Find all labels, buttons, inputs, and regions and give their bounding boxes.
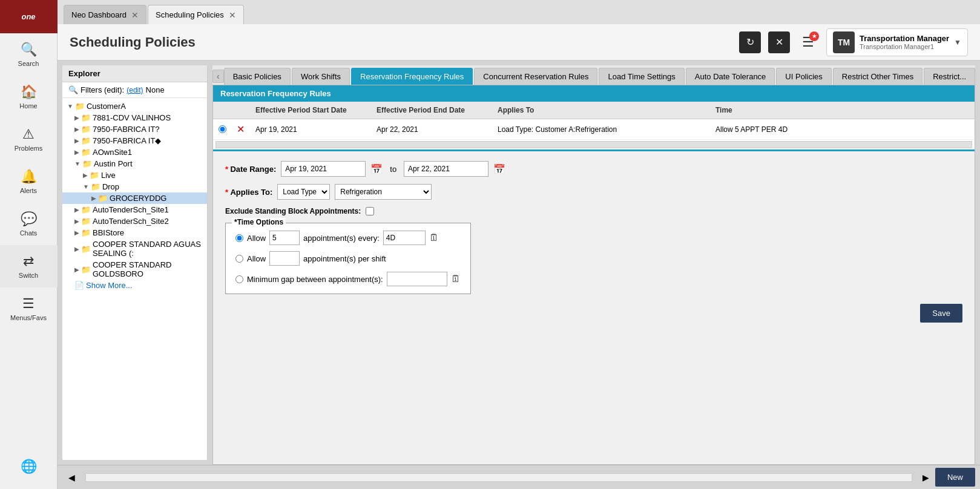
tab-work-shifts[interactable]: Work Shifts	[292, 68, 350, 85]
exclude-checkbox[interactable]	[366, 207, 374, 215]
table-horizontal-scrollbar[interactable]	[215, 141, 972, 148]
tree-label: Austin Port	[94, 159, 133, 168]
bottom-bar: ◀ ▶ New	[58, 465, 980, 489]
expander-icon: ▶	[74, 126, 79, 133]
tab-restrict-more[interactable]: Restrict...	[924, 68, 975, 85]
every-value-input[interactable]	[383, 231, 426, 245]
tab-concurrent-reservation[interactable]: Concurrent Reservation Rules	[474, 68, 597, 85]
sidebar-item-problems[interactable]: ⚠ Problems	[0, 118, 58, 160]
tree-label: AutoTenderSch_Site2	[93, 217, 169, 226]
browser-tab-dashboard[interactable]: Neo Dashboard ✕	[64, 5, 146, 24]
tree-item-live[interactable]: ▶ 📁 Live	[62, 169, 207, 181]
notifications-button[interactable]: ☰ ★	[797, 31, 819, 53]
content-header: Scheduling Policies ↻ ✕ ☰ ★ TM Transport…	[58, 24, 980, 61]
gap-picker-icon[interactable]: 🗓	[451, 274, 461, 284]
tree-item-bbistore[interactable]: ▶ 📁 BBIStore	[62, 227, 207, 238]
user-section[interactable]: TM Transportation Manager Transportation…	[826, 28, 968, 56]
expander-icon: ▶	[74, 229, 79, 236]
sidebar-label-search: Search	[18, 60, 39, 67]
applies-to-type-select[interactable]: Load Type	[277, 184, 330, 200]
sidebar-item-switch[interactable]: ⇄ Switch	[0, 245, 58, 287]
close-dashboard-tab-icon[interactable]: ✕	[131, 10, 139, 20]
expander-icon: ▶	[83, 172, 88, 179]
time-options-legend: *Time Options	[232, 218, 286, 226]
end-date-calendar-icon[interactable]: 📅	[493, 163, 505, 175]
sidebar-label-switch: Switch	[19, 272, 38, 279]
browser-tab-scheduling[interactable]: Scheduling Policies ✕	[148, 5, 244, 24]
bottom-scrollbar[interactable]	[85, 473, 912, 482]
sidebar-item-home[interactable]: 🏠 Home	[0, 76, 58, 118]
new-button[interactable]: New	[935, 468, 975, 487]
doc-icon: 📄	[74, 281, 84, 290]
allow-every-radio[interactable]	[235, 234, 243, 242]
sidebar-item-alerts[interactable]: 🔔 Alerts	[0, 160, 58, 203]
refresh-button[interactable]: ↻	[739, 31, 761, 53]
tab-workshifts-label: Work Shifts	[301, 72, 341, 81]
bottom-left-arrow[interactable]: ◀	[68, 473, 75, 482]
tab-resfreq-label: Reservation Frequency Rules	[360, 72, 464, 81]
tree-label: 7881-CDV VALINHOS	[93, 113, 171, 122]
min-gap-radio[interactable]	[235, 275, 243, 283]
sidebar-item-globe[interactable]: 🌐	[0, 450, 58, 483]
required-asterisk: *	[225, 165, 228, 174]
tree-item-cooper-gold[interactable]: ▶ 📁 COOPER STANDARD GOLDSBORO	[62, 259, 207, 280]
delete-icon[interactable]: ✕	[237, 123, 245, 135]
row-radio-cell[interactable]	[213, 123, 231, 135]
sidebar-item-chats[interactable]: 💬 Chats	[0, 203, 58, 245]
applies-to-label: * Applies To:	[225, 188, 272, 197]
min-gap-input[interactable]	[387, 272, 447, 286]
allow-every-row: Allow appointment(s) every: 🗓	[235, 231, 461, 245]
expander-icon: ▼	[67, 103, 73, 110]
tab-ui-policies[interactable]: UI Policies	[776, 68, 831, 85]
body-area: Explorer 🔍 Filters (edit): (edit) None ▼…	[58, 61, 980, 465]
bottom-right-arrow[interactable]: ▶	[922, 473, 929, 482]
tab-restrict-other[interactable]: Restrict Other Times	[833, 68, 922, 85]
expander-icon: ▶	[74, 206, 79, 213]
tree-item-valinhos[interactable]: ▶ 📁 7881-CDV VALINHOS	[62, 112, 207, 123]
table-title: Reservation Frequency Rules	[213, 85, 975, 102]
folder-icon: 📁	[91, 182, 100, 191]
edit-filters-link[interactable]: (edit)	[127, 86, 143, 94]
tree-item-autotender2[interactable]: ▶ 📁 AutoTenderSch_Site2	[62, 215, 207, 227]
tab-load-time[interactable]: Load Time Settings	[599, 68, 684, 85]
tree-item-autotender1[interactable]: ▶ 📁 AutoTenderSch_Site1	[62, 204, 207, 215]
sidebar-item-search[interactable]: 🔍 Search	[0, 33, 58, 76]
per-shift-num-input[interactable]	[269, 251, 300, 266]
tree-item-customerA[interactable]: ▼ 📁 CustomerA	[62, 100, 207, 112]
table-row[interactable]: ✕ Apr 19, 2021 Apr 22, 2021 Load Type: C…	[213, 119, 975, 140]
tree-item-cooper-aguas[interactable]: ▶ 📁 COOPER STANDARD AGUAS SEALING (:	[62, 238, 207, 259]
every-picker-icon[interactable]: 🗓	[429, 232, 439, 243]
close-button[interactable]: ✕	[768, 31, 790, 53]
to-label: to	[390, 165, 396, 174]
tree-item-austin[interactable]: ▼ 📁 Austin Port	[62, 158, 207, 169]
start-date-input[interactable]	[281, 161, 366, 177]
tree-item-fabrica1[interactable]: ▶ 📁 7950-FABRICA IT?	[62, 123, 207, 135]
row-delete-cell[interactable]: ✕	[231, 122, 249, 137]
col-hdr-end: Effective Period End Date	[370, 104, 492, 116]
tree-item-show-more[interactable]: 📄 Show More...	[62, 280, 207, 291]
tree-item-aownsite1[interactable]: ▶ 📁 AOwnSite1	[62, 146, 207, 158]
applies-to-value-select[interactable]: Refrigeration	[335, 184, 432, 200]
exclude-row: Exclude Standing Block Appointments:	[225, 207, 962, 215]
tab-auto-date[interactable]: Auto Date Tolerance	[686, 68, 775, 85]
expander-icon: ▶	[74, 137, 79, 144]
col-hdr-start: Effective Period Start Date	[249, 104, 370, 116]
row-radio[interactable]	[219, 125, 226, 133]
start-date-calendar-icon[interactable]: 📅	[370, 163, 383, 175]
tab-concurrent-label: Concurrent Reservation Rules	[483, 72, 588, 81]
tree-label: Show More...	[86, 281, 133, 290]
tree-item-drop[interactable]: ▼ 📁 Drop	[62, 181, 207, 192]
tree-item-groceryddg[interactable]: ▶ 📁 GROCERYDDG	[62, 192, 207, 204]
end-date-input[interactable]	[404, 161, 488, 177]
allow-every-num-input[interactable]	[269, 231, 300, 245]
table-section: Reservation Frequency Rules Effective Pe…	[213, 85, 975, 151]
home-icon: 🏠	[21, 84, 37, 100]
sidebar-item-menus[interactable]: ☰ Menus/Favs	[0, 287, 58, 330]
tree-item-fabrica2[interactable]: ▶ 📁 7950-FABRICA IT◆	[62, 135, 207, 146]
tab-reservation-frequency[interactable]: Reservation Frequency Rules	[351, 68, 473, 85]
tab-basic-policies[interactable]: Basic Policies	[224, 68, 291, 85]
tab-scroll-left[interactable]: ‹	[212, 70, 224, 83]
save-button[interactable]: Save	[920, 304, 962, 323]
close-scheduling-tab-icon[interactable]: ✕	[229, 10, 236, 20]
allow-per-shift-radio[interactable]	[235, 255, 243, 263]
